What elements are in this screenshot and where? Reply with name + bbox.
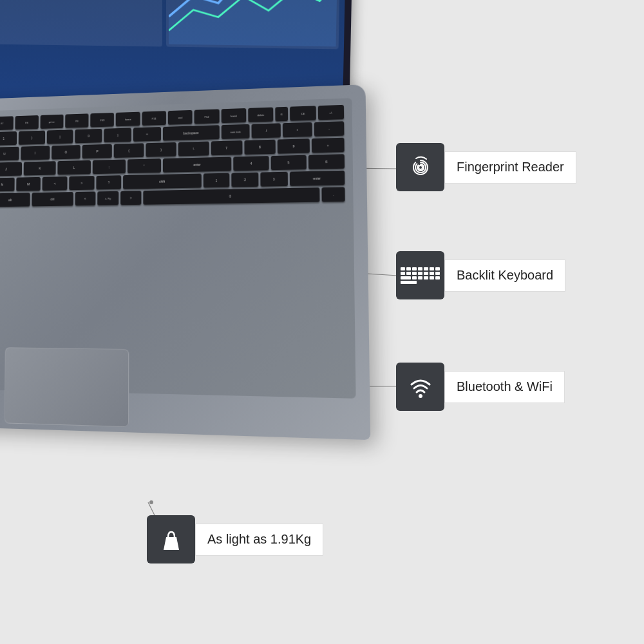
weight-label: As light as 1.91Kg bbox=[195, 524, 323, 556]
svg-marker-9 bbox=[169, 0, 337, 47]
svg-point-10 bbox=[419, 166, 422, 169]
weight-callout: As light as 1.91Kg bbox=[147, 515, 323, 564]
weight-icon bbox=[157, 526, 185, 554]
wifi-callout: Bluetooth & WiFi bbox=[396, 363, 565, 411]
touchpad bbox=[5, 347, 129, 427]
laptop-image: Cash in $2,340 ▲ 12% Cash out $1,300 ▼ 8… bbox=[0, 0, 361, 528]
keyboard-callout: Backlit Keyboard bbox=[396, 251, 565, 299]
keyboard-label: Backlit Keyboard bbox=[444, 260, 565, 292]
fingerprint-icon bbox=[406, 153, 435, 182]
laptop-body: F7 F8 prt sc F9 F10 home F11 end F12 Ins… bbox=[0, 84, 370, 440]
wifi-label: Bluetooth & WiFi bbox=[444, 371, 565, 403]
fingerprint-label: Fingerprint Reader bbox=[444, 151, 576, 184]
fingerprint-icon-box bbox=[396, 143, 444, 191]
wifi-icon bbox=[406, 373, 435, 401]
fingerprint-callout: Fingerprint Reader bbox=[396, 143, 576, 191]
keyboard-icon bbox=[401, 267, 440, 284]
weight-icon-box bbox=[147, 515, 195, 564]
wifi-icon-box bbox=[396, 363, 444, 411]
svg-point-11 bbox=[419, 394, 422, 398]
keyboard-icon-box bbox=[396, 251, 444, 299]
